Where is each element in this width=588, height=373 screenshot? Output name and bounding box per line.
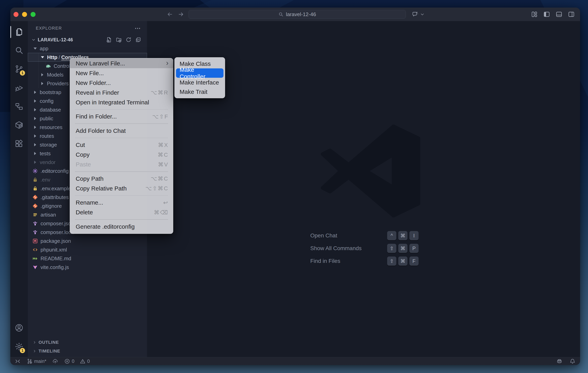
chevron-down-icon [32, 38, 36, 42]
lock-icon [32, 186, 38, 191]
toggle-primary-sidebar-button[interactable] [543, 11, 550, 18]
submenu-item-make-controller[interactable]: Make Controller [176, 68, 223, 78]
menu-item-new-file[interactable]: New File... [70, 68, 173, 78]
copilot-button[interactable] [556, 358, 563, 364]
toggle-panel-button[interactable] [556, 11, 563, 18]
git-icon [32, 203, 38, 209]
outline-section[interactable]: OUTLINE [28, 338, 147, 347]
notifications-bell-button[interactable] [569, 358, 576, 364]
chevron-down-icon [33, 47, 37, 50]
desktop-wallpaper: laravel-12-46 [0, 0, 588, 373]
menu-item-copy-relative-path[interactable]: Copy Relative Path⌥⇧⌘C [70, 184, 173, 193]
tree-item-label: public [40, 116, 53, 122]
new-folder-icon [116, 37, 122, 43]
activity-search[interactable] [10, 41, 28, 60]
menu-item-label: Copy [76, 151, 90, 158]
menu-item-label: New File... [76, 70, 104, 77]
tree-item-vite-config-js[interactable]: vite.config.js [28, 263, 147, 272]
chevron-right-icon [33, 117, 37, 120]
submenu-item-label: Make Interface [179, 79, 219, 86]
menu-item-label: Delete [76, 209, 93, 216]
problems-status[interactable]: 0 0 [64, 358, 90, 364]
chevron-right-icon [33, 161, 37, 164]
search-icon [14, 46, 24, 56]
container-icon [14, 121, 24, 131]
menu-item-generate-editorconfig[interactable]: Generate .editorconfig [70, 222, 173, 231]
tree-item-label: resources [40, 124, 62, 131]
menu-item-reveal-in-finder[interactable]: Reveal in Finder⌥⌘R [70, 88, 173, 98]
submenu-item-make-trait[interactable]: Make Trait [176, 87, 223, 97]
collapse-all-button[interactable] [135, 37, 141, 43]
menu-item-copy-path[interactable]: Copy Path⌥⌘C [70, 174, 173, 184]
keycap: ⌘ [398, 256, 408, 266]
menu-item-open-in-integrated-terminal[interactable]: Open in Integrated Terminal [70, 98, 173, 107]
watermark-shortcut-row: Open Chat^⌘I [310, 229, 419, 242]
settings-button[interactable]: 1 [10, 338, 28, 356]
zoom-button[interactable] [31, 12, 36, 17]
more-actions-button[interactable]: ⋯ [135, 26, 141, 30]
tree-item-package-json[interactable]: package.json [28, 237, 147, 245]
tree-item-label: tests [40, 151, 51, 157]
tree-item-label: phpunit.xml [41, 247, 67, 253]
branch-status[interactable]: main* [27, 358, 46, 364]
tree-item-app[interactable]: app [28, 44, 147, 53]
bell-icon [569, 358, 576, 364]
keycap: ⇧ [387, 256, 396, 266]
tree-item-readme-md[interactable]: README.md [28, 254, 147, 263]
active-indicator [10, 26, 11, 38]
menu-item-new-laravel-file[interactable]: New Laravel File...› [70, 58, 173, 68]
watermark-shortcut-keys: ⇧⌘P [387, 244, 419, 253]
menu-item-find-in-folder[interactable]: Find in Folder...⌥⇧F [70, 112, 173, 121]
sync-button[interactable] [52, 358, 58, 364]
debug-icon [14, 83, 24, 93]
activity-containers[interactable] [10, 116, 28, 135]
menu-item-cut[interactable]: Cut⌘X [70, 140, 173, 150]
menu-item-label: Paste [76, 161, 91, 168]
tree-item-label: README.md [41, 255, 71, 262]
watermark-shortcut-row: Show All Commands⇧⌘P [310, 242, 419, 255]
activity-run-debug[interactable] [10, 79, 28, 98]
command-center-search[interactable]: laravel-12-46 [189, 10, 406, 19]
new-file-button[interactable] [106, 37, 112, 43]
project-root-row[interactable]: LARAVEL-12-46 [28, 35, 147, 44]
submenu-arrow-icon: › [166, 60, 168, 66]
remote-indicator[interactable] [15, 358, 21, 364]
sidebar-bottom-sections: OUTLINE TIMELINE [28, 338, 147, 357]
activity-extensions[interactable] [10, 135, 28, 154]
titlebar: laravel-12-46 [10, 8, 580, 21]
watermark-shortcut-keys: ⇧⌘F [387, 256, 419, 266]
activity-references[interactable] [10, 98, 28, 116]
tree-item-label: database [40, 107, 61, 113]
keycap: F [410, 256, 419, 266]
sidebar-header: EXPLORER ⋯ [28, 21, 147, 35]
status-bar: main* 0 0 [10, 357, 580, 365]
close-button[interactable] [13, 12, 19, 17]
minimize-button[interactable] [22, 12, 27, 17]
activity-source-control[interactable]: 1 [10, 60, 28, 79]
forward-button[interactable] [178, 11, 184, 18]
menu-item-add-folder-to-chat[interactable]: Add Folder to Chat [70, 126, 173, 136]
composer-icon [32, 220, 38, 226]
menu-item-label: New Laravel File... [76, 60, 125, 67]
menu-item-rename[interactable]: Rename...↩ [70, 198, 173, 208]
menu-item-label: Reveal in Finder [76, 89, 119, 96]
back-button[interactable] [167, 11, 173, 18]
menu-item-new-folder[interactable]: New Folder... [70, 78, 173, 88]
new-folder-button[interactable] [116, 37, 122, 43]
tree-item-phpunit-xml[interactable]: phpunit.xml [28, 245, 147, 254]
refresh-button[interactable] [125, 37, 132, 43]
branch-label: main* [34, 359, 46, 364]
account-button[interactable] [10, 319, 28, 338]
activity-explorer[interactable] [10, 23, 28, 41]
toggle-secondary-sidebar-button[interactable] [568, 11, 575, 18]
chat-button[interactable] [412, 10, 425, 18]
tree-item-label: config [40, 98, 53, 104]
menu-shortcut: ⌘C [158, 152, 168, 158]
timeline-section[interactable]: TIMELINE [28, 347, 147, 355]
submenu-item-make-interface[interactable]: Make Interface [176, 78, 223, 87]
customize-layout-button[interactable] [531, 11, 538, 18]
menu-item-copy[interactable]: Copy⌘C [70, 150, 173, 160]
menu-item-delete[interactable]: Delete⌘⌫ [70, 208, 173, 217]
chevron-down-icon [420, 12, 425, 17]
layout-panel-icon [556, 11, 563, 18]
